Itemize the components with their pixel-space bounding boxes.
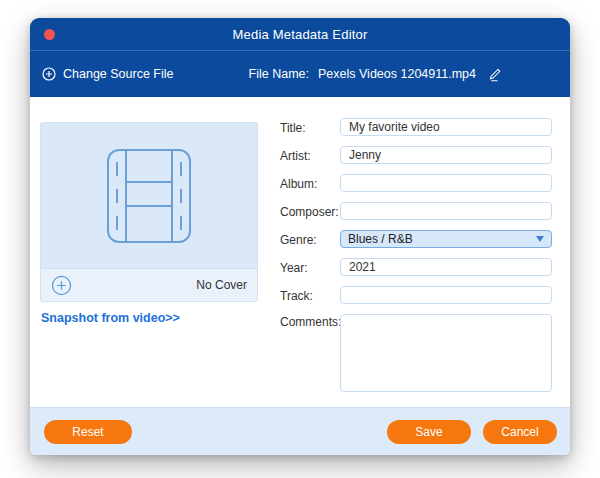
content-area: No Cover Snapshot from video>> Title: Ar… [30, 97, 570, 407]
comments-label: Comments: [280, 314, 340, 329]
pencil-icon [487, 67, 502, 82]
form-row-composer: Composer: [280, 202, 552, 220]
title-bar: Media Metadata Editor [30, 18, 570, 51]
title-label: Title: [280, 120, 340, 135]
plus-circle-icon [42, 67, 56, 81]
file-name-label: File Name: [249, 67, 309, 81]
composer-label: Composer: [280, 204, 340, 219]
form-row-artist: Artist: [280, 146, 552, 164]
film-strip-icon [106, 148, 192, 244]
footer-bar: Reset Save Cancel [30, 407, 570, 455]
chevron-down-icon [536, 236, 544, 242]
form-row-album: Album: [280, 174, 552, 192]
artist-label: Artist: [280, 148, 340, 163]
window-title: Media Metadata Editor [233, 27, 368, 42]
form-row-track: Track: [280, 286, 552, 304]
year-input[interactable] [340, 258, 552, 276]
add-cover-button[interactable] [51, 275, 72, 296]
metadata-form: Title: Artist: Album: Composer: Genre: B… [280, 118, 552, 402]
artist-input[interactable] [340, 146, 552, 164]
form-row-title: Title: [280, 118, 552, 136]
cancel-button[interactable]: Cancel [483, 420, 557, 444]
cover-preview [41, 123, 257, 269]
form-row-genre: Genre: Blues / R&B [280, 230, 552, 248]
change-source-file-label: Change Source File [63, 67, 173, 81]
year-label: Year: [280, 260, 340, 275]
form-row-year: Year: [280, 258, 552, 276]
track-input[interactable] [340, 286, 552, 304]
edit-filename-button[interactable] [487, 67, 502, 82]
plus-circle-icon [51, 275, 72, 296]
reset-button[interactable]: Reset [44, 420, 132, 444]
snapshot-from-video-link[interactable]: Snapshot from video>> [41, 311, 180, 325]
album-input[interactable] [340, 174, 552, 192]
cover-panel: No Cover [40, 122, 258, 302]
genre-selected-value: Blues / R&B [348, 232, 413, 246]
composer-input[interactable] [340, 202, 552, 220]
save-button[interactable]: Save [387, 420, 471, 444]
title-input[interactable] [340, 118, 552, 136]
file-name-value: Pexels Videos 1204911.mp4 [318, 67, 476, 81]
cover-footer: No Cover [41, 269, 257, 301]
no-cover-label: No Cover [196, 278, 247, 292]
track-label: Track: [280, 288, 340, 303]
album-label: Album: [280, 176, 340, 191]
genre-label: Genre: [280, 232, 340, 247]
comments-textarea[interactable] [340, 314, 552, 392]
file-header-bar: Change Source File File Name: Pexels Vid… [30, 51, 570, 97]
close-window-button[interactable] [44, 29, 55, 40]
media-metadata-editor-window: Media Metadata Editor Change Source File… [30, 18, 570, 455]
form-row-comments: Comments: [280, 314, 552, 392]
genre-select[interactable]: Blues / R&B [340, 230, 552, 248]
change-source-file-button[interactable]: Change Source File [42, 67, 173, 81]
